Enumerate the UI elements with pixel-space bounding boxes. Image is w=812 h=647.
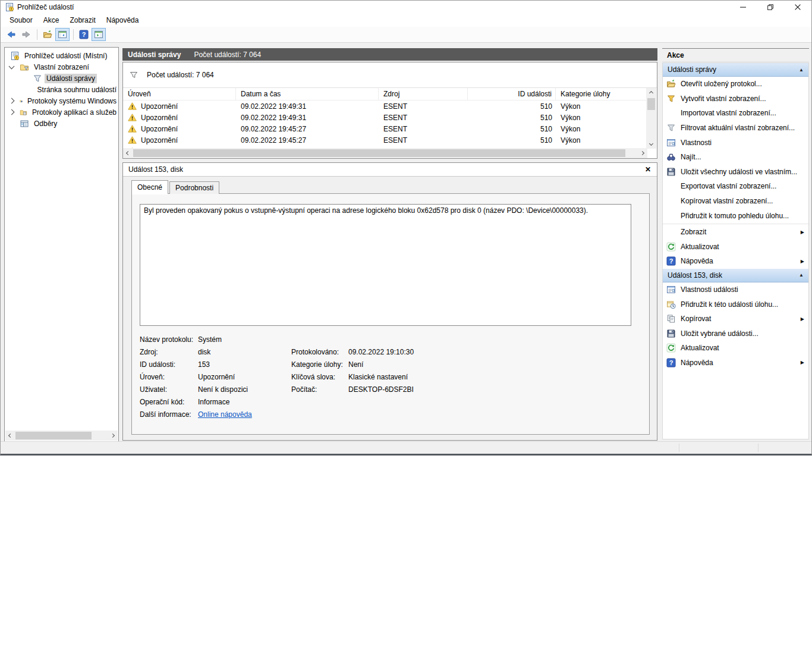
table-row[interactable]: Upozornění 09.02.2022 19:49:31 ESENT 510… xyxy=(123,100,646,112)
actions-list: Události správy ▲ Otevřít uložený protok… xyxy=(662,62,809,439)
tab-podrobnosti[interactable]: Podrobnosti xyxy=(169,181,219,194)
actions-pane-title: Akce xyxy=(662,49,809,62)
menu-akce[interactable]: Akce xyxy=(38,14,65,26)
task-category-value: Není xyxy=(348,359,414,371)
menu-soubor[interactable]: Soubor xyxy=(4,14,38,26)
table-row[interactable]: Upozornění 09.02.2022 19:45:27 ESENT 510… xyxy=(123,123,646,134)
scroll-right-icon[interactable] xyxy=(108,431,118,441)
action-help-event[interactable]: Nápověda▶ xyxy=(663,356,808,370)
tree-item-root[interactable]: Prohlížeč událostí (Místní) xyxy=(5,50,118,61)
column-header-datetime[interactable]: Datum a čas xyxy=(236,88,379,100)
minimize-button[interactable] xyxy=(729,1,757,14)
user-value: Není k dispozici xyxy=(198,384,252,396)
app-icon xyxy=(5,2,14,12)
tree-item-odbery[interactable]: Odběry xyxy=(5,118,118,129)
forward-button[interactable] xyxy=(19,28,33,41)
warning-icon xyxy=(128,113,137,122)
actions-section-header-udalosti-spravy[interactable]: Události správy ▲ xyxy=(663,63,808,77)
tab-obecne[interactable]: Obecné xyxy=(131,180,168,194)
scroll-down-icon[interactable] xyxy=(646,139,656,149)
action-copy[interactable]: Kopírovat▶ xyxy=(663,312,808,326)
open-saved-log-button[interactable] xyxy=(40,28,55,41)
online-help-link[interactable]: Online nápověda xyxy=(198,410,252,419)
column-header-category[interactable]: Kategorie úlohy xyxy=(556,88,646,100)
list-horizontal-scrollbar[interactable] xyxy=(123,148,647,158)
action-refresh[interactable]: Aktualizovat xyxy=(663,240,808,255)
chevron-down-icon[interactable] xyxy=(9,63,15,69)
scrollbar-thumb[interactable] xyxy=(133,149,625,157)
action-save-selected-events[interactable]: Uložit vybrané události... xyxy=(663,326,808,341)
table-row[interactable]: Upozornění 09.02.2022 19:49:31 ESENT 510… xyxy=(123,112,646,123)
warning-icon xyxy=(128,124,137,133)
funnel-icon xyxy=(666,94,676,103)
restore-button[interactable] xyxy=(757,1,784,14)
action-event-properties[interactable]: Vlastnosti události xyxy=(663,282,808,297)
event-viewer-window: Prohlížeč událostí Soubor Akce Zobrazit … xyxy=(0,0,812,456)
close-button[interactable] xyxy=(784,1,811,14)
collapse-icon[interactable]: ▲ xyxy=(799,272,804,278)
action-view[interactable]: Zobrazit▶ xyxy=(663,225,808,240)
scroll-up-icon[interactable] xyxy=(646,88,656,98)
actions-section-header-udalost-153[interactable]: Událost 153, disk ▲ xyxy=(663,269,808,282)
scroll-right-icon[interactable] xyxy=(637,148,647,158)
action-import-custom-view[interactable]: Importovat vlastní zobrazení... xyxy=(663,106,808,121)
tree-item-label: Vlastní zobrazení xyxy=(32,62,91,72)
toggle-console-tree-button[interactable] xyxy=(55,28,70,41)
submenu-arrow-icon: ▶ xyxy=(801,360,804,365)
table-row[interactable]: Upozornění 09.02.2022 19:45:27 ESENT 510… xyxy=(123,134,646,146)
results-header-count: Počet událostí: 7 064 xyxy=(194,51,261,59)
event-description[interactable]: Byl proveden opakovaný pokus o vstupně-v… xyxy=(140,204,631,326)
tree-horizontal-scrollbar[interactable] xyxy=(5,431,118,441)
back-button[interactable] xyxy=(4,28,18,41)
save-icon xyxy=(666,329,676,338)
action-save-all-events[interactable]: Uložit všechny události ve vlastním... xyxy=(663,165,808,180)
action-filter-current-view[interactable]: Filtrovat aktuální vlastní zobrazení... xyxy=(663,121,808,136)
tree-item-udalosti-spravy[interactable]: Události správy xyxy=(5,73,118,84)
menu-zobrazit[interactable]: Zobrazit xyxy=(64,14,100,26)
action-copy-custom-view[interactable]: Kopírovat vlastní zobrazení... xyxy=(663,194,808,209)
action-help[interactable]: Nápověda▶ xyxy=(663,254,808,269)
minimize-icon xyxy=(740,4,746,10)
filter-view-icon xyxy=(33,85,33,95)
window-title: Prohlížeč událostí xyxy=(17,3,74,11)
action-create-custom-view[interactable]: Vytvořit vlastní zobrazení... xyxy=(663,92,808,106)
help-button[interactable] xyxy=(77,28,91,41)
list-vertical-scrollbar[interactable] xyxy=(646,88,656,149)
actions-pane: Akce Události správy ▲ Otevřít uložený p… xyxy=(662,48,809,442)
title-bar: Prohlížeč událostí xyxy=(1,1,811,14)
warning-icon xyxy=(128,102,137,111)
action-refresh-event[interactable]: Aktualizovat xyxy=(663,341,808,356)
console-tree-icon xyxy=(58,30,67,39)
scroll-left-icon[interactable] xyxy=(5,431,15,441)
toggle-action-pane-button[interactable] xyxy=(92,28,106,41)
menu-bar: Soubor Akce Zobrazit Nápověda xyxy=(1,14,811,27)
action-attach-task-to-view[interactable]: Přidružit k tomuto pohledu úlohu... xyxy=(663,208,808,223)
scrollbar-thumb[interactable] xyxy=(647,98,655,110)
menu-napoveda[interactable]: Nápověda xyxy=(101,14,144,26)
results-header-title: Události správy xyxy=(128,51,181,59)
console-tree: Prohlížeč událostí (Místní) Vlastní zobr… xyxy=(4,47,119,442)
column-header-event-id[interactable]: ID události xyxy=(468,88,556,100)
action-export-custom-view[interactable]: Exportovat vlastní zobrazení... xyxy=(663,179,808,194)
close-icon[interactable]: ✕ xyxy=(645,166,651,173)
filter-view-icon xyxy=(33,74,42,83)
funnel-gray-icon xyxy=(666,123,676,133)
action-properties[interactable]: Vlastnosti xyxy=(663,135,808,150)
tree-item-label: Prohlížeč událostí (Místní) xyxy=(23,51,109,61)
column-header-level[interactable]: Úroveň xyxy=(123,88,236,100)
tree-item-protokoly-windows[interactable]: Protokoly systému Windows xyxy=(5,95,118,106)
scroll-left-icon[interactable] xyxy=(123,148,133,158)
tree-item-stranka-souhrnu[interactable]: Stránka souhrnu událostí xyxy=(5,84,118,95)
action-open-saved-log[interactable]: Otevřít uložený protokol... xyxy=(663,77,808,92)
preview-pane: Událost 153, disk ✕ Obecné Podrobnosti B… xyxy=(122,162,657,441)
action-attach-task-to-event[interactable]: Přidružit k této události úlohu... xyxy=(663,297,808,312)
column-header-source[interactable]: Zdroj xyxy=(379,88,468,100)
tree-item-vlastni-zobrazeni[interactable]: Vlastní zobrazení xyxy=(5,61,118,73)
tree-item-protokoly-aplikaci[interactable]: Protokoly aplikací a služeb xyxy=(5,106,118,118)
scrollbar-thumb[interactable] xyxy=(15,432,92,439)
chevron-right-icon[interactable] xyxy=(9,98,15,104)
chevron-right-icon[interactable] xyxy=(9,109,15,115)
action-find[interactable]: Najít... xyxy=(663,150,808,165)
collapse-icon[interactable]: ▲ xyxy=(799,67,804,73)
open-folder-icon xyxy=(666,79,676,89)
